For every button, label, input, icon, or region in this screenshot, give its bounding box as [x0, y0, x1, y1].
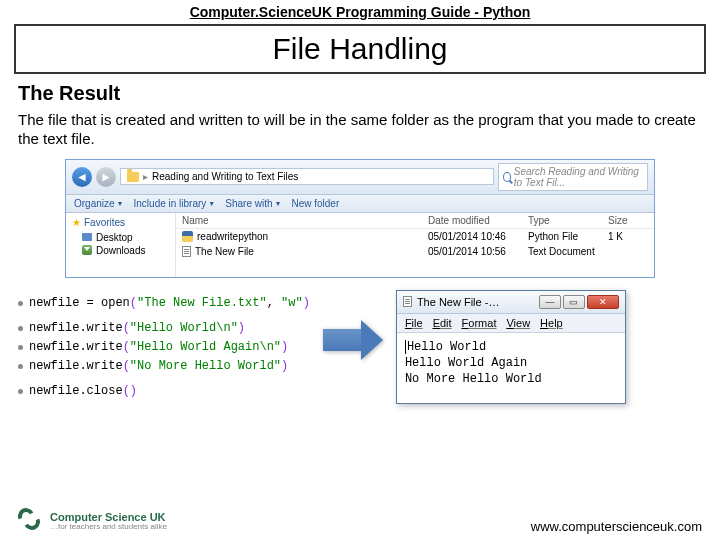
col-name[interactable]: Name — [182, 215, 428, 226]
section-heading: The Result — [18, 82, 702, 105]
explorer-addressbar: ◄ ► ▸ Reading and Writing to Text Files … — [66, 160, 654, 195]
search-icon — [503, 172, 511, 182]
newfolder-button[interactable]: New folder — [291, 198, 339, 209]
notepad-window: The New File -… — ▭ ✕ File Edit Format V… — [396, 290, 626, 404]
header-label: Computer.ScienceUK Programming Guide - P… — [0, 0, 720, 22]
footer: Computer Science UK …for teachers and st… — [0, 508, 720, 534]
menu-format[interactable]: Format — [462, 317, 497, 329]
logo-icon — [18, 508, 44, 534]
sidebar-downloads[interactable]: Downloads — [72, 244, 169, 257]
text-file-icon — [403, 296, 412, 307]
code-block: newfile = open("The New File.txt", "w") … — [18, 290, 310, 406]
python-file-icon — [182, 231, 193, 242]
search-placeholder: Search Reading and Writing to Text Fil..… — [514, 166, 643, 188]
bullet-icon — [18, 364, 23, 369]
menu-file[interactable]: File — [405, 317, 423, 329]
maximize-button[interactable]: ▭ — [563, 295, 585, 309]
include-menu[interactable]: Include in library ▼ — [134, 198, 216, 209]
forward-button[interactable]: ► — [96, 167, 116, 187]
star-icon: ★ — [72, 217, 81, 228]
file-row[interactable]: The New File 05/01/2014 10:56 Text Docum… — [176, 244, 654, 259]
explorer-sidebar: ★Favorites Desktop Downloads — [66, 213, 176, 277]
col-size[interactable]: Size — [608, 215, 648, 226]
file-explorer-window: ◄ ► ▸ Reading and Writing to Text Files … — [65, 159, 655, 278]
explorer-search[interactable]: Search Reading and Writing to Text Fil..… — [498, 163, 648, 191]
sidebar-desktop[interactable]: Desktop — [72, 231, 169, 244]
notepad-content[interactable]: Hello World Hello World Again No More He… — [397, 333, 625, 403]
menu-edit[interactable]: Edit — [433, 317, 452, 329]
file-row[interactable]: readwritepython 05/01/2014 10:46 Python … — [176, 229, 654, 244]
column-headers[interactable]: Name Date modified Type Size — [176, 213, 654, 229]
body-paragraph: The file that is created and written to … — [18, 111, 702, 149]
page-title: File Handling — [14, 24, 706, 74]
file-list: Name Date modified Type Size readwritepy… — [176, 213, 654, 277]
explorer-toolbar: Organize ▼ Include in library ▼ Share wi… — [66, 195, 654, 213]
notepad-menubar: File Edit Format View Help — [397, 314, 625, 333]
arrow-graphic — [318, 290, 388, 360]
text-file-icon — [182, 246, 191, 257]
organize-menu[interactable]: Organize ▼ — [74, 198, 124, 209]
desktop-icon — [82, 233, 92, 241]
notepad-title: The New File -… — [417, 296, 534, 308]
folder-icon — [127, 172, 139, 182]
footer-url: www.computerscienceuk.com — [531, 519, 702, 534]
menu-help[interactable]: Help — [540, 317, 563, 329]
breadcrumb[interactable]: ▸ Reading and Writing to Text Files — [120, 168, 494, 185]
col-date[interactable]: Date modified — [428, 215, 528, 226]
back-button[interactable]: ◄ — [72, 167, 92, 187]
favorites-heading[interactable]: ★Favorites — [72, 217, 169, 228]
col-type[interactable]: Type — [528, 215, 608, 226]
bullet-icon — [18, 345, 23, 350]
close-button[interactable]: ✕ — [587, 295, 619, 309]
menu-view[interactable]: View — [506, 317, 530, 329]
logo-name: Computer Science UK — [50, 511, 167, 523]
bullet-icon — [18, 326, 23, 331]
breadcrumb-text: Reading and Writing to Text Files — [152, 171, 298, 182]
logo: Computer Science UK …for teachers and st… — [18, 508, 167, 534]
bullet-icon — [18, 389, 23, 394]
minimize-button[interactable]: — — [539, 295, 561, 309]
bullet-icon — [18, 301, 23, 306]
logo-tagline: …for teachers and students alike — [50, 523, 167, 532]
download-icon — [82, 245, 92, 255]
notepad-titlebar: The New File -… — ▭ ✕ — [397, 291, 625, 314]
share-menu[interactable]: Share with ▼ — [225, 198, 281, 209]
